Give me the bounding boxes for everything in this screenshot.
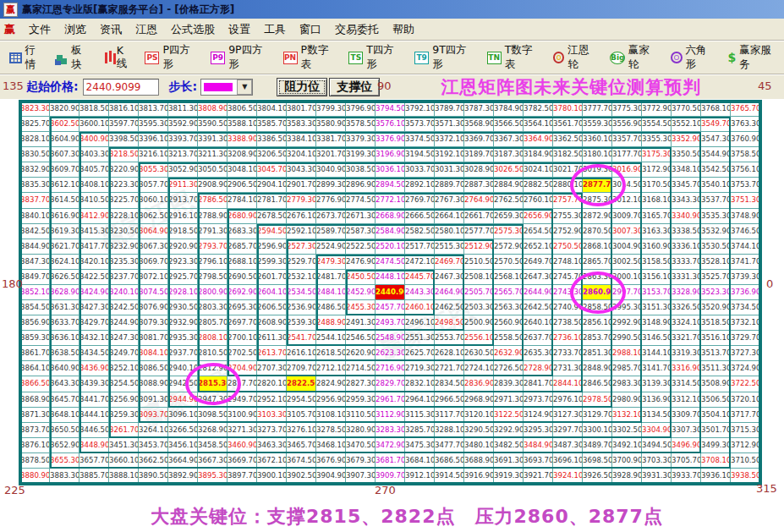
- matrix-cell: 2774.50: [346, 193, 376, 208]
- matrix-cell: 3141.70: [642, 361, 672, 376]
- toolbar-item[interactable]: TNT数字表: [483, 41, 546, 74]
- matrix-cell: 3460.90: [228, 438, 257, 453]
- tool-bar: 行情板块K线PSP四方形P99P四方形PNP数字表TST四方形T99T四方形TN…: [0, 41, 784, 74]
- matrix-cell: 3319.30: [672, 346, 701, 361]
- matrix-cell: 2476.90: [346, 255, 376, 270]
- matrix-cell: 3499.30: [701, 438, 731, 453]
- matrix-cell: 3060.10: [139, 193, 168, 208]
- matrix-cell: 2944.90: [168, 392, 198, 408]
- chevron-down-icon[interactable]: ▼: [237, 80, 252, 95]
- matrix-cell: 3264.10: [139, 423, 168, 438]
- matrix-cell: 2812.90: [198, 361, 228, 376]
- matrix-cell: 3547.30: [701, 132, 731, 147]
- matrix-cell: 3580.90: [316, 117, 346, 132]
- menu-item-0[interactable]: 文件: [22, 19, 58, 40]
- matrix-cell: 3540.10: [701, 178, 731, 193]
- toolbar-item[interactable]: Big赢家轮: [606, 41, 663, 74]
- toolbar-item[interactable]: 江恩轮: [549, 41, 603, 74]
- matrix-cell: 2760.10: [524, 193, 553, 208]
- support-button[interactable]: 支撑位: [329, 78, 380, 96]
- p-square-icon: PS: [145, 52, 159, 64]
- matrix-cell: 3254.50: [109, 376, 139, 392]
- matrix-grid: 3823.303820.903818.503816.103813.703811.…: [20, 101, 760, 484]
- menu-item-3[interactable]: 江恩: [129, 19, 164, 40]
- matrix-cell: 3153.70: [642, 285, 672, 300]
- menu-item-7[interactable]: 窗口: [293, 19, 328, 40]
- toolbar-item[interactable]: TST四方形: [344, 41, 407, 74]
- matrix-cell: 3556.90: [612, 117, 642, 132]
- matrix-cell: 3787.30: [464, 101, 494, 117]
- matrix-cell: 3583.30: [287, 117, 316, 132]
- toolbar-item[interactable]: PSP四方形: [140, 41, 203, 74]
- menu-item-6[interactable]: 工具: [257, 19, 293, 40]
- matrix-cell: 3753.70: [731, 178, 760, 193]
- matrix-cell: 2772.10: [376, 193, 405, 208]
- matrix-cell: 3825.70: [20, 117, 50, 132]
- matrix-cell: 3552.10: [672, 117, 701, 132]
- matrix-cell: 2788.90: [198, 209, 228, 224]
- toolbar-item[interactable]: K线: [99, 41, 137, 74]
- matrix-cell: 3261.70: [109, 423, 139, 438]
- step-color-swatch: [204, 83, 233, 91]
- menu-item-9[interactable]: 帮助: [386, 19, 421, 40]
- sector-blocks-icon: [57, 55, 63, 61]
- matrix-cell: 2728.90: [524, 361, 553, 376]
- menu-item-1[interactable]: 浏览: [58, 19, 93, 40]
- matrix-cell: 2644.90: [524, 285, 553, 300]
- toolbar-item[interactable]: 行情: [5, 41, 49, 74]
- matrix-cell: 3936.10: [701, 469, 731, 484]
- matrix-cell: 3597.70: [109, 117, 139, 132]
- matrix-cell: 2748.10: [553, 255, 583, 270]
- matrix-cell: 2671.30: [346, 209, 376, 224]
- step-color-dropdown[interactable]: ▼: [200, 79, 253, 96]
- matrix-cell: 3760.90: [731, 132, 760, 147]
- matrix-cell: 2664.10: [435, 209, 464, 224]
- matrix-cell: 2553.70: [435, 331, 464, 346]
- angle-label-225: 225: [4, 484, 25, 496]
- resistance-button[interactable]: 阻力位: [277, 78, 327, 96]
- matrix-cell: 3256.90: [109, 392, 139, 408]
- matrix-cell: 3482.50: [494, 438, 524, 453]
- matrix-cell: 3115.30: [405, 408, 435, 423]
- matrix-cell: 2575.30: [494, 224, 524, 239]
- matrix-cell: 2942.50: [168, 376, 198, 392]
- matrix-cell: 3736.90: [731, 285, 760, 300]
- menu-item-8[interactable]: 交易委托: [328, 19, 386, 40]
- toolbar-item[interactable]: 六角形: [666, 41, 721, 74]
- matrix-cell: 3230.50: [109, 224, 139, 239]
- matrix-cell: 2592.10: [287, 224, 316, 239]
- menu-item-5[interactable]: 设置: [222, 19, 257, 40]
- toolbar-item[interactable]: T99T四方形: [410, 41, 480, 74]
- matrix-cell: 3921.70: [524, 469, 553, 484]
- menu-item-4[interactable]: 公式选股: [164, 19, 222, 40]
- matrix-cell: 3652.90: [50, 438, 79, 453]
- angle-label-45: 45: [758, 80, 772, 92]
- matrix-cell: 2596.90: [257, 239, 287, 255]
- matrix-cell: 3232.90: [109, 239, 139, 255]
- matrix-cell: 3019.30: [583, 162, 612, 178]
- matrix-cell: 2793.70: [198, 239, 228, 255]
- matrix-cell: 3237.70: [109, 270, 139, 285]
- angle-label-135: 135: [3, 80, 24, 92]
- toolbar-item[interactable]: 板块: [52, 41, 96, 74]
- matrix-cell: 2980.90: [612, 392, 642, 408]
- toolbar-item[interactable]: $赢家服务: [723, 41, 784, 74]
- matrix-cell: 3393.70: [168, 132, 198, 147]
- matrix-cell: 2709.70: [287, 361, 316, 376]
- matrix-cell: 3712.90: [731, 438, 760, 453]
- matrix-cell: 3259.30: [109, 408, 139, 423]
- matrix-cell: 2647.30: [524, 270, 553, 285]
- menu-item-2[interactable]: 资讯: [93, 19, 129, 40]
- matrix-cell: 3660.10: [109, 453, 139, 469]
- matrix-cell: 3432.10: [79, 331, 109, 346]
- matrix-cell: 2805.70: [198, 315, 228, 331]
- matrix-cell: 3458.50: [198, 438, 228, 453]
- toolbar-item[interactable]: P99P四方形: [206, 41, 275, 74]
- toolbar-item[interactable]: PNP数字表: [279, 41, 342, 74]
- matrix-cell: 3002.50: [612, 255, 642, 270]
- matrix-cell: 3724.90: [731, 361, 760, 376]
- matrix-cell: 3024.10: [524, 162, 553, 178]
- matrix-cell: 3588.10: [228, 117, 257, 132]
- start-price-input[interactable]: [83, 79, 159, 96]
- matrix-cell: 2536.90: [287, 300, 316, 315]
